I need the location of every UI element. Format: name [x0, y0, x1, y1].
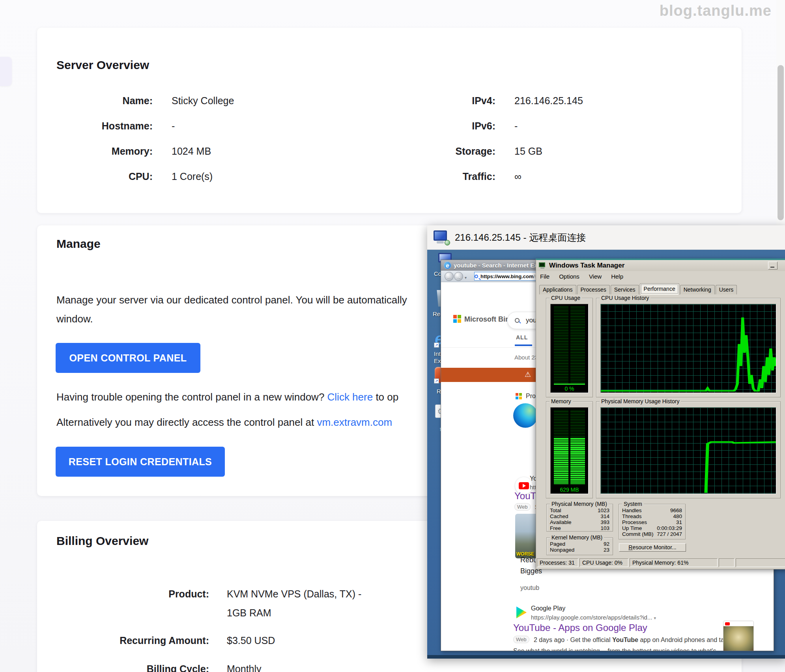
system-group: System Handles9668 Threads480 Processes3…: [619, 504, 686, 539]
forward-button[interactable]: →: [454, 272, 463, 281]
left-edge-widget[interactable]: [0, 57, 12, 86]
task-manager-titlebar[interactable]: Windows Task Manager: [536, 260, 785, 271]
row-label: Hostname:: [56, 120, 153, 132]
stat-label: Processes: [622, 519, 647, 525]
tab-applications[interactable]: Applications: [539, 285, 576, 294]
task-manager-menubar: File Options View Help: [536, 271, 785, 281]
stat-label: Up Time: [622, 525, 642, 531]
server-row: IPv6:-: [353, 120, 583, 132]
tab-performance[interactable]: Performance: [640, 283, 679, 295]
tab-processes[interactable]: Processes: [577, 285, 610, 294]
row-value: 1024 MB: [172, 145, 211, 157]
play-result-title-link[interactable]: YouTube - Apps on Google Play: [513, 622, 647, 633]
cpu-history-chart: [600, 304, 776, 393]
snippet-text: 2 days ago · Get the official: [534, 636, 612, 643]
result-source-url-line: https://play.google.com/store/apps/detai…: [531, 614, 656, 621]
stat-value: 31: [676, 519, 682, 525]
watermark: blog.tanglu.me: [660, 2, 772, 19]
back-button[interactable]: ←: [445, 272, 454, 281]
row-value: 1 Core(s): [172, 170, 213, 183]
physical-memory-title: Physical Memory (MB): [550, 501, 609, 507]
warning-icon: ⚠: [525, 370, 531, 379]
microsoft-logo-icon: [453, 315, 461, 323]
server-row: Storage:15 GB: [353, 145, 583, 157]
click-here-link[interactable]: Click here: [327, 391, 373, 403]
microsoft-logo-icon: [516, 393, 522, 399]
task-manager-icon: [539, 262, 546, 269]
cpu-history-group: CPU Usage History: [596, 298, 781, 397]
page-scrollbar-thumb[interactable]: [778, 65, 784, 220]
url-domain: https://www.bing.com: [480, 273, 534, 279]
tab-all[interactable]: ALL: [516, 334, 528, 341]
task-manager-statusbar: Processes: 31 CPU Usage: 0% Physical Mem…: [537, 558, 785, 567]
web-badge: Web: [514, 503, 531, 511]
stat-row: Threads480: [619, 513, 685, 519]
tab-networking[interactable]: Networking: [680, 285, 715, 294]
reset-login-credentials-button[interactable]: RESET LOGIN CREDENTIALS: [56, 447, 225, 477]
resource-monitor-button[interactable]: Resource Monitor...: [619, 543, 686, 552]
search-icon: [515, 318, 520, 323]
stat-label: Threads: [622, 513, 642, 519]
status-processes: Processes: 31: [537, 558, 578, 567]
status-physical-memory: Physical Memory: 61%: [630, 558, 718, 567]
youtube-play-icon: [519, 482, 529, 489]
web-badge: Web: [513, 636, 529, 643]
stat-label: Nonpaged: [550, 547, 574, 553]
manage-description: Manage your server via our dedicated con…: [56, 290, 407, 328]
rdp-window-title: 216.146.25.145 - 远程桌面连接: [455, 231, 586, 244]
trouble-text: Having trouble opening the control panel…: [56, 391, 327, 403]
stat-label: Paged: [550, 541, 565, 547]
row-label: IPv6:: [353, 120, 495, 132]
stat-value: 103: [600, 525, 609, 531]
video-thumbnail[interactable]: WORSE T: [515, 514, 539, 558]
row-label: Name:: [56, 94, 153, 107]
menu-file[interactable]: File: [540, 273, 550, 280]
menu-options[interactable]: Options: [559, 273, 579, 280]
manage-description-line2: window.: [56, 309, 407, 328]
result-source-name: Google Play: [531, 605, 565, 612]
row-value: 15 GB: [514, 145, 542, 157]
food-image: [723, 626, 753, 651]
chevron-down-icon[interactable]: ▾: [654, 616, 656, 620]
memory-group: Memory 629 MB: [546, 401, 593, 498]
stat-label: Total: [550, 507, 561, 513]
menu-help[interactable]: Help: [611, 273, 623, 280]
row-value: Sticky College: [172, 94, 234, 107]
snippet-bold-text: YouTube: [612, 636, 638, 643]
row-value: ∞: [514, 170, 521, 183]
cpu-usage-group: CPU Usage 0 %: [546, 298, 593, 397]
stat-label: Available: [550, 519, 572, 525]
minimize-button[interactable]: [768, 262, 778, 270]
led-column: [554, 307, 568, 383]
memory-history-chart: [600, 407, 776, 494]
row-label: Product:: [56, 584, 209, 622]
rdp-titlebar[interactable]: 216.146.25.145 - 远程桌面连接: [427, 225, 785, 250]
row-label: Traffic:: [353, 170, 495, 183]
status-spacer: [719, 558, 735, 567]
row-label: Memory:: [56, 145, 153, 157]
stat-row: Available393: [547, 519, 613, 525]
menu-view[interactable]: View: [589, 273, 602, 280]
tab-users[interactable]: Users: [716, 285, 737, 294]
memory-value: 629 MB: [551, 487, 588, 493]
stat-row: Paged92: [547, 541, 613, 547]
stat-label: Free: [550, 525, 561, 531]
shortcut-arrow-icon: ↗: [434, 378, 439, 384]
results-count: About 23: [514, 354, 538, 361]
open-control-panel-button[interactable]: OPEN CONTROL PANEL: [56, 343, 200, 373]
app-screenshot-thumbnail[interactable]: [723, 621, 754, 651]
row-label: IPv4:: [353, 94, 495, 107]
stat-row: Processes31: [619, 519, 685, 525]
stat-value: 314: [600, 513, 609, 519]
kernel-memory-group: Kernel Memory (MB) Paged92 Nonpaged23: [546, 537, 613, 555]
recent-pages-caret-icon[interactable]: ▾: [465, 275, 467, 280]
tab-services[interactable]: Services: [611, 285, 639, 294]
led-zero-segment: [568, 384, 585, 385]
led-column: [570, 307, 585, 383]
result-snippet-line1: Web 2 days ago · Get the official YouTub…: [513, 636, 739, 644]
stat-row: Nonpaged23: [547, 547, 613, 553]
manage-trouble-line: Having trouble opening the control panel…: [56, 391, 398, 403]
control-panel-url-link[interactable]: vm.extravm.com: [317, 416, 392, 428]
billing-recurring-row: Recurring Amount: $3.50 USD: [56, 634, 275, 647]
row-value: Monthly: [227, 663, 262, 672]
